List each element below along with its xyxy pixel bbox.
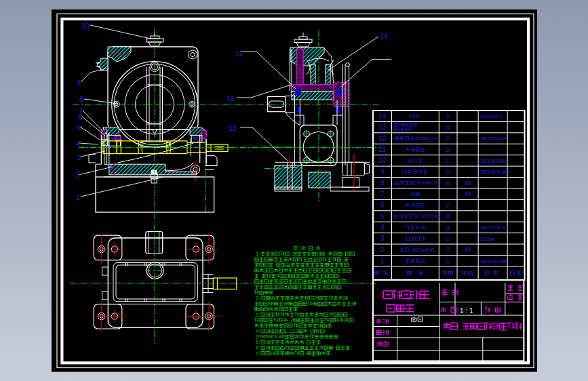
svg-text:M8×10: M8×10 [423,180,439,186]
svg-text:2: 2 [446,235,450,242]
svg-text:M16×80: M16×80 [394,127,412,132]
svg-text:4: 4 [446,124,450,131]
svg-text:45: 45 [465,246,471,253]
svg-text:11: 11 [379,146,387,153]
svg-text:45: 45 [465,180,471,186]
svg-text:9: 9 [380,168,385,176]
svg-text:12: 12 [227,94,235,102]
svg-text:GB1153-89: GB1153-89 [479,158,506,164]
svg-text:1 : 1: 1 : 1 [460,307,473,315]
svg-text:1: 1 [380,257,385,264]
svg-text:7: 7 [256,350,258,357]
svg-text:14: 14 [380,32,388,40]
svg-text:2: 2 [446,202,450,209]
svg-text:1: 1 [446,157,450,164]
svg-text:(GB5903-86): (GB5903-86) [256,334,286,340]
svg-text:2: 2 [446,135,450,142]
svg-text:2: 2 [380,246,385,254]
svg-text:8: 8 [79,95,83,103]
svg-text:10: 10 [81,22,90,30]
svg-text:45: 45 [465,190,471,197]
svg-text:1: 1 [76,193,80,201]
svg-text:4: 4 [76,140,80,148]
svg-text:10: 10 [378,157,387,164]
svg-text:6: 6 [380,201,385,209]
svg-text:ZCuSnP1: ZCuSnP1 [479,113,503,119]
svg-text:1: 1 [446,258,450,264]
svg-text:12: 12 [378,135,387,142]
svg-text:L-220: L-220 [285,328,299,334]
svg-text:1: 1 [446,113,450,119]
svg-text:2: 2 [256,295,258,301]
svg-text:11: 11 [235,49,243,58]
svg-text:GB/T276-94: GB/T276-94 [479,224,509,230]
svg-text:3: 3 [256,312,258,318]
svg-text:GB11601-89: GB11601-89 [479,169,509,175]
svg-text:2: 2 [446,246,450,253]
svg-text:8: 8 [446,213,450,220]
svg-text:13: 13 [229,124,237,132]
svg-text:0215A: 0215A [479,236,495,242]
svg-text:9: 9 [77,79,81,87]
svg-text:2: 2 [446,224,450,231]
svg-text:3: 3 [77,153,81,161]
svg-text:M20×240: M20×240 [412,247,435,253]
svg-text:14: 14 [378,113,387,120]
svg-text:5: 5 [77,123,81,132]
svg-text:4: 4 [380,224,385,231]
svg-text:GB5782-86: GB5782-86 [479,258,507,264]
svg-text:M10×12: M10×12 [421,213,440,219]
svg-text:8: 8 [380,179,385,186]
svg-text:6: 6 [79,113,83,121]
svg-text:5: 5 [380,213,385,220]
svg-text:13: 13 [378,123,387,131]
svg-text:7: 7 [380,190,385,198]
svg-text:45°M10×1: 45°M10×1 [415,136,439,142]
svg-text:3: 3 [380,235,385,242]
svg-text:2: 2 [446,146,450,153]
svg-text:1: 1 [256,251,258,257]
svg-text:2: 2 [446,169,450,176]
svg-text:8: 8 [446,180,450,186]
svg-text:GB1153-89: GB1153-89 [479,136,506,142]
